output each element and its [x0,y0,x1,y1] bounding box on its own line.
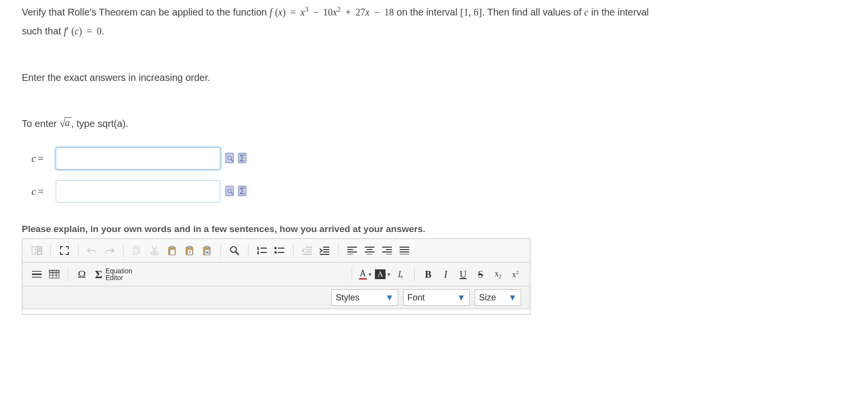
instr2-pre: To enter [22,118,60,129]
c-input-1[interactable] [56,147,220,170]
coef-27: 27 [356,7,365,17]
styles-label: Styles [336,293,359,303]
paste-text-icon[interactable]: T [181,242,198,259]
svg-rect-27 [205,246,209,248]
toolbar-row-2: Ω Σ Equation Editor A ▼ [22,263,530,286]
remove-format-button[interactable]: Ix [392,266,409,283]
equation-editor-button[interactable]: Σ Equation Editor [91,266,137,283]
align-right-icon[interactable] [378,242,396,259]
coef-18: 18 [384,7,394,17]
preview-icon[interactable] [224,152,236,165]
question-prefix: Verify that Rolle's Theorem can be appli… [22,7,270,17]
outdent-icon[interactable] [298,242,316,259]
zero: 0 [97,26,102,36]
label-c: c [31,186,36,197]
fn-f: f [270,7,273,17]
editor-body[interactable] [22,309,530,314]
svg-rect-0 [226,153,233,163]
chevron-down-icon: ▼ [385,293,394,303]
sigma-icon[interactable] [237,152,248,165]
svg-rect-72 [49,270,59,273]
numbered-list-icon[interactable]: 12 [253,242,271,259]
superscript-button[interactable]: x2 [507,266,524,283]
size-combo[interactable]: Size ▼ [475,289,521,306]
copy-icon[interactable] [128,242,146,259]
svg-point-37 [275,251,277,253]
table-icon[interactable] [46,266,63,283]
italic-button[interactable]: I [437,266,454,283]
toolbar-row-3: Styles ▼ Font ▼ Size ▼ [22,286,530,309]
sqrt-sample: √ a [60,117,71,130]
in-interval-text: in the interval [589,7,649,17]
exp-2: 2 [337,5,341,13]
bg-color-button[interactable]: A ▼ [374,266,392,283]
underline-button[interactable]: U [454,266,472,283]
svg-rect-20 [170,246,174,248]
sigma-icon[interactable] [237,185,248,198]
paste-word-icon[interactable]: W [198,242,216,259]
instruction-order: Enter the exact answers in increasing or… [22,72,846,83]
svg-rect-4 [226,186,233,196]
svg-text:1: 1 [257,247,259,250]
strikethrough-icon: S [478,269,483,280]
align-center-icon[interactable] [361,242,378,259]
preview-icon[interactable] [224,185,236,198]
sqrt-arg: a [64,117,71,127]
equation-editor-label: Equation Editor [106,267,132,282]
term-x2: x [333,7,337,17]
svg-text:T: T [189,251,191,255]
redo-icon[interactable] [101,242,118,259]
interval-b: 6 [474,7,479,17]
styles-combo[interactable]: Styles ▼ [331,289,398,306]
special-char-icon[interactable]: Ω [73,266,91,283]
bg-color-icon: A [375,269,386,279]
prime-char: ′ [66,26,68,36]
answer-label: c= [31,153,50,165]
bulleted-list-icon[interactable] [271,242,288,259]
label-c: c [31,153,36,164]
fprime-open: ( [71,26,75,36]
svg-rect-14 [133,248,138,254]
align-justify-icon[interactable] [396,242,413,259]
superscript-icon: x2 [512,270,518,279]
subscript-button[interactable]: x2 [489,266,507,283]
instruction-sqrt: To enter √ a , type sqrt(a). [22,117,846,130]
fn-arg-x: x [278,7,282,17]
paste-icon[interactable] [163,242,181,259]
answer-label: c= [31,186,50,198]
on-interval-text: on the interval [397,7,460,17]
svg-line-17 [152,246,156,252]
plus1: + [343,7,353,17]
c-input-2[interactable] [56,180,220,203]
font-combo[interactable]: Font ▼ [403,289,470,306]
align-left-icon[interactable] [343,242,361,259]
strikethrough-button[interactable]: S [472,266,489,283]
remove-format-icon: Ix [398,269,403,279]
svg-text:W: W [205,251,209,255]
source-icon[interactable] [28,242,46,259]
bold-button[interactable]: B [419,266,437,283]
cut-icon[interactable] [146,242,163,259]
horizontal-rule-icon[interactable] [28,266,46,283]
fprime-close: ) [79,26,82,36]
undo-icon[interactable] [83,242,101,259]
maximize-icon[interactable] [56,242,73,259]
toolbar-row-1: T W 12 [22,239,530,263]
minus2: − [372,7,381,17]
svg-rect-23 [187,246,191,248]
chevron-down-icon: ▼ [508,293,517,303]
question-text: Verify that Rolle's Theorem can be appli… [22,4,846,38]
coef-10: 10 [323,7,333,17]
minus1: − [311,7,320,17]
chevron-down-icon: ▼ [457,293,465,303]
svg-point-36 [275,247,277,249]
period: . [102,26,105,36]
chevron-down-icon: ▼ [368,272,372,277]
text-color-button[interactable]: A ▼ [357,266,374,283]
indent-icon[interactable] [316,242,333,259]
exp-3: 3 [305,5,309,13]
label-eq: = [36,153,44,164]
eq-sign: = [288,7,297,17]
find-icon[interactable] [226,242,243,259]
text-color-icon: A [359,269,367,280]
